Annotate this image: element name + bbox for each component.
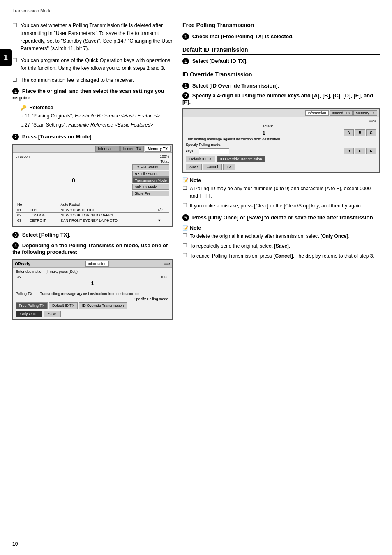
enter-dest-row: Enter destination. (If max, press [Set]): [16, 269, 169, 274]
key-a[interactable]: A: [344, 129, 354, 136]
total-value: 1: [16, 280, 169, 286]
step-5-num: 5: [182, 214, 189, 221]
step-4: 4 Depending on the Polling Transmission …: [12, 242, 173, 255]
default-id-step1-text: Select [Default ID TX].: [192, 58, 248, 64]
total-value-row: 1: [16, 280, 169, 286]
only-once-btn[interactable]: Only Once: [16, 311, 42, 317]
id-override-tx-btn[interactable]: ID Override Transmission: [79, 302, 127, 309]
chapter-tab: 1: [0, 49, 12, 66]
id-override-step2-label: 2 Specify a 4-digit ID using the number …: [182, 92, 380, 105]
polling-label: Polling TX: [16, 292, 38, 296]
key-d[interactable]: D: [344, 148, 354, 154]
screen-1-total-row: Total:: [16, 159, 169, 164]
total-label: Total:: [160, 275, 169, 279]
id-override-percent: 00%: [369, 119, 376, 123]
final-note-item-1: ☐ To delete the original immediately aft…: [182, 233, 380, 240]
id-override-specify-msg: Specify Polling mode.: [186, 143, 221, 147]
table-row-3: 03 DETROIT SAN FRONT SYDNEY LA PHOTO ▼: [16, 218, 169, 223]
key-e[interactable]: E: [355, 148, 365, 154]
final-note-text-3: To cancel Polling Transmission, press [C…: [190, 252, 374, 260]
default-id-tx-screen-btn[interactable]: Default ID TX: [186, 156, 215, 162]
id-cancel-btn[interactable]: Cancel: [203, 164, 222, 170]
us-label: US: [16, 275, 38, 279]
note-label-1: Note: [190, 177, 201, 183]
row2-page: [156, 213, 169, 218]
specify-msg: Specify Polling mode.: [134, 297, 169, 301]
note-icon-1: 📝: [182, 177, 189, 183]
note-label-final: Note: [190, 225, 201, 231]
key-b[interactable]: B: [355, 129, 365, 136]
free-polling-tx-btn[interactable]: Free Polling TX: [16, 302, 48, 309]
step-3-label: 3 Select [Polling TX].: [12, 232, 173, 238]
id-override-tab-immed: Immed. TX: [330, 110, 353, 116]
free-polling-step1-num: 1: [182, 33, 189, 40]
left-column: ☐ You can set whether a Polling Transmis…: [12, 22, 173, 325]
abcdef-grid-top: A B C: [344, 129, 376, 136]
id-override-step2: 2 Specify a 4-digit ID using the number …: [182, 92, 380, 105]
transmission-mode-btn[interactable]: Transmission Mode: [132, 177, 169, 183]
th-no: No: [16, 202, 28, 207]
screen-2-mockup: OReady Information 003 Enter destination…: [12, 259, 173, 320]
bullet-item-2: ☐ You can program one of the Quick Opera…: [12, 57, 173, 72]
step-5-text: Press [Only Once] or [Save] to delete or…: [192, 214, 375, 221]
default-id-step1-num: 1: [182, 58, 189, 64]
save-btn[interactable]: Save: [44, 311, 61, 317]
table-row-2: 02 LONDON NEW YORK TORONTO OFFICE: [16, 213, 169, 218]
id-save-btn[interactable]: Save: [186, 164, 202, 170]
id-override-percent-row: 00%: [186, 119, 376, 123]
th-empty: [28, 202, 59, 207]
reference-item-1: p.11 "Placing Originals", Facsimile Refe…: [21, 112, 173, 120]
id-btns: Default ID TX ID Override Transmission: [186, 156, 376, 162]
row3-no: 03: [16, 218, 28, 223]
rx-file-status-btn[interactable]: RX File Status: [132, 171, 169, 177]
right-column: Free Polling Transmission 1 Check that […: [182, 22, 380, 325]
screen-1-titlebar: Information Immed. TX Memory TX: [13, 145, 172, 153]
free-polling-step1: 1 Check that [Free Polling TX] is select…: [182, 33, 380, 40]
step-3: 3 Select [Polling TX].: [12, 232, 173, 238]
default-id-tx-btn[interactable]: Default ID TX: [49, 302, 78, 309]
final-note-box: 📝 Note ☐ To delete the original immediat…: [182, 225, 380, 260]
store-file-btn[interactable]: Store File: [132, 191, 169, 196]
screen-1-percent: 100%: [160, 154, 169, 159]
final-note-item-3: ☐ To cancel Polling Transmission, press …: [182, 252, 380, 260]
tx-file-status-btn[interactable]: TX File Status: [132, 164, 169, 170]
id-override-tx-screen-btn[interactable]: ID Override Transmission: [217, 156, 266, 162]
screen-1-total-value: 0: [16, 177, 131, 184]
key-c[interactable]: C: [366, 129, 376, 136]
page-number: 10: [12, 541, 18, 547]
step-2-num: 2: [12, 134, 19, 140]
screen-1-tab-memory[interactable]: Memory TX: [145, 146, 171, 152]
step-3-num: 3: [12, 232, 19, 238]
id-override-total-value: 1: [186, 130, 342, 136]
checkbox-icon-2: ☐: [12, 57, 17, 72]
screen-1-tab-immed[interactable]: Immed. TX: [120, 146, 144, 152]
key-dashes: _ _ _ _: [199, 148, 229, 154]
screen-1-tab-info[interactable]: Information: [95, 146, 120, 152]
row2-code: LONDON: [28, 213, 59, 218]
screen-2-body: Enter destination. (If max, press [Set])…: [13, 268, 172, 319]
id-tx-btn[interactable]: TX: [223, 164, 235, 170]
two-col-layout: ☐ You can set whether a Polling Transmis…: [12, 22, 380, 325]
header-bar: Transmission Mode: [12, 8, 380, 15]
sub-tx-mode-btn[interactable]: Sub TX Mode: [132, 184, 169, 190]
bullet-text-1: You can set whether a Polling Transmissi…: [21, 22, 173, 53]
us-row: US Total:: [16, 275, 169, 279]
step-2-text: Press [Transmission Mode].: [22, 134, 93, 140]
default-id-step1: 1 Select [Default ID TX].: [182, 58, 380, 64]
key-f[interactable]: F: [366, 148, 376, 154]
screen-1-total-value-row: 0 TX File Status RX File Status Transmis…: [16, 164, 169, 196]
free-polling-heading: Free Polling Transmission: [182, 22, 380, 30]
id-override-total-value-row: 1 A B C: [186, 129, 376, 136]
id-override-step2-text: Specify a 4-digit ID using the number ke…: [182, 92, 373, 105]
step-1-num: 1: [12, 88, 19, 94]
screen-1-body: struction 100% Total: 0 TX File Status R…: [13, 153, 172, 226]
screen-1-total-label: Total:: [160, 159, 169, 164]
row1-page: 1/2: [156, 207, 169, 213]
note-title-1: 📝 Note: [182, 177, 380, 183]
final-note-bullet-2: ☐: [182, 242, 187, 250]
id-override-heading: ID Override Transmission: [182, 71, 380, 79]
header-title: Transmission Mode: [12, 8, 52, 13]
note-icon-final: 📝: [182, 225, 189, 231]
free-polling-step1-text: Check that [Free Polling TX] is selected…: [192, 33, 294, 39]
transmit-msg: Transmitting message against instruction…: [40, 292, 139, 296]
